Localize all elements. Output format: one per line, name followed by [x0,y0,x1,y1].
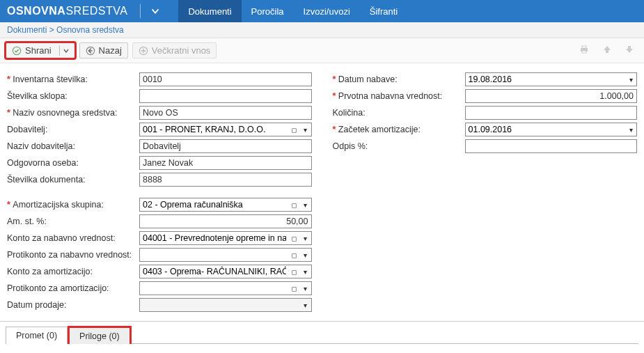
label-zacetek-am: Začetek amortizacije: [333,125,465,134]
input-st-dok[interactable] [139,173,312,187]
label-naziv-os: Naziv osnovnega sredstva: [7,108,139,118]
input-kolicina[interactable] [465,106,638,120]
chevron-down-icon[interactable]: ▾ [300,201,311,209]
chevron-down-icon[interactable]: ▾ [300,301,311,309]
svg-rect-5 [582,51,586,53]
combo-dobavitelj[interactable]: □▾ [139,123,312,136]
label-am-skupina: Amortizacijska skupina: [7,200,139,210]
tab-promet[interactable]: Promet (0) [6,327,68,344]
lookup-icon[interactable]: □ [289,285,300,292]
brand-divider [140,4,141,18]
input-prvotna[interactable] [465,89,638,103]
date-datum-nabave[interactable]: ▾ [465,72,638,86]
label-inventarna: Inventarna številka: [7,74,139,84]
form-right-column: Datum nabave:▾ Prvotna nabavna vrednost:… [333,72,638,314]
save-button[interactable]: Shrani [6,42,75,58]
breadcrumb-dokumenti[interactable]: Dokumenti [7,25,47,35]
chevron-down-icon[interactable]: ▾ [300,235,311,242]
input-naziv-dob[interactable] [139,139,312,153]
label-naziv-dob: Naziv dobavitelja: [7,141,139,151]
input-odg-oseba[interactable] [139,156,312,170]
breadcrumb-sep: > [47,25,56,35]
chevron-down-icon[interactable]: ▾ [300,126,311,134]
save-label: Shrani [25,45,52,56]
label-protikonto-nab: Protikonto za nabavno vrednost: [7,249,139,261]
date-datum-prodaje[interactable]: ▾ [139,298,312,312]
save-split[interactable] [59,45,69,56]
combo-konto-am-input[interactable] [140,265,289,278]
label-odpis: Odpis %: [333,141,465,151]
arrow-down-icon [625,45,634,54]
brand-menu-toggle[interactable] [146,0,164,22]
main-nav: Dokumenti Poročila Izvozi/uvozi Šifranti [178,0,407,22]
form-left-column: Inventarna številka: Številka sklopa: Na… [7,72,312,314]
check-circle-icon [12,46,22,56]
plus-circle-icon [139,46,148,56]
multi-entry-label: Večkratni vnos [152,45,211,56]
date-datum-nabave-input[interactable] [466,73,626,86]
combo-protikonto-am-input[interactable] [140,282,289,295]
label-konto-am: Konto za amortizacijo: [7,267,139,276]
lookup-icon[interactable]: □ [289,201,300,209]
label-sklop: Številka sklopa: [7,91,139,101]
lookup-icon[interactable]: □ [289,251,300,259]
input-naziv-os[interactable] [139,106,312,120]
nav-porocila[interactable]: Poročila [242,0,294,22]
chevron-down-icon[interactable]: ▾ [300,251,311,259]
tab-priloge[interactable]: Priloge (0) [69,327,130,344]
app-brand: OSNOVNASREDSTVA [0,0,134,22]
label-st-dok: Številka dokumenta: [7,175,139,185]
date-zacetek-am[interactable]: ▾ [465,123,638,136]
tabs: Promet (0) Priloge (0) [0,321,644,344]
nav-dokumenti[interactable]: Dokumenti [178,0,241,22]
back-button[interactable]: Nazaj [79,42,128,58]
label-am-st: Am. st. %: [7,217,139,226]
down-button[interactable] [620,45,638,57]
input-sklop[interactable] [139,89,312,103]
up-button[interactable] [598,45,616,57]
brand-part2: SREDSTVA [65,5,127,17]
date-zacetek-am-input[interactable] [466,123,626,136]
breadcrumb-osnovna-sredstva[interactable]: Osnovna sredstva [56,25,124,35]
arrow-left-circle-icon [86,46,95,56]
print-button[interactable] [574,44,594,58]
chevron-down-icon[interactable]: ▾ [300,285,311,292]
chevron-down-icon[interactable]: ▾ [300,268,311,276]
chevron-down-icon [63,48,69,54]
combo-am-skupina-input[interactable] [140,198,289,211]
combo-konto-nab[interactable]: □▾ [139,231,312,245]
label-kolicina: Količina: [333,108,465,118]
arrow-up-icon [602,45,612,54]
combo-am-skupina[interactable]: □▾ [139,198,312,212]
label-odg-oseba: Odgovorna oseba: [7,158,139,168]
lookup-icon[interactable]: □ [289,268,300,276]
combo-konto-nab-input[interactable] [140,232,289,244]
multi-entry-button[interactable]: Večkratni vnos [132,42,217,58]
date-datum-prodaje-input[interactable] [140,299,300,311]
nav-izvozi[interactable]: Izvozi/uvozi [294,0,360,22]
input-inventarna[interactable] [139,72,312,86]
lookup-icon[interactable]: □ [289,126,300,134]
label-datum-nabave: Datum nabave: [333,74,465,84]
chevron-down-icon [150,6,160,16]
breadcrumb: Dokumenti > Osnovna sredstva [0,22,644,38]
lookup-icon[interactable]: □ [289,235,300,242]
label-prvotna: Prvotna nabavna vrednost: [333,91,465,101]
combo-dobavitelj-input[interactable] [140,123,289,136]
label-protikonto-am: Protikonto za amortizacijo: [7,282,139,295]
form-area: Inventarna številka: Številka sklopa: Na… [0,63,644,318]
tabs-line [132,343,638,344]
label-datum-prodaje: Datum prodaje: [7,300,139,310]
top-navbar: OSNOVNASREDSTVA Dokumenti Poročila Izvoz… [0,0,644,22]
chevron-down-icon[interactable]: ▾ [625,126,636,134]
combo-konto-am[interactable]: □▾ [139,265,312,279]
back-label: Nazaj [99,45,122,56]
input-am-st[interactable] [139,214,312,228]
nav-sifranti[interactable]: Šifranti [360,0,407,22]
label-dobavitelj: Dobavitelj: [7,125,139,134]
combo-protikonto-nab-input[interactable] [140,249,289,261]
input-odpis[interactable] [465,139,638,153]
chevron-down-icon[interactable]: ▾ [625,76,636,84]
combo-protikonto-am[interactable]: □▾ [139,281,312,295]
combo-protikonto-nab[interactable]: □▾ [139,248,312,262]
